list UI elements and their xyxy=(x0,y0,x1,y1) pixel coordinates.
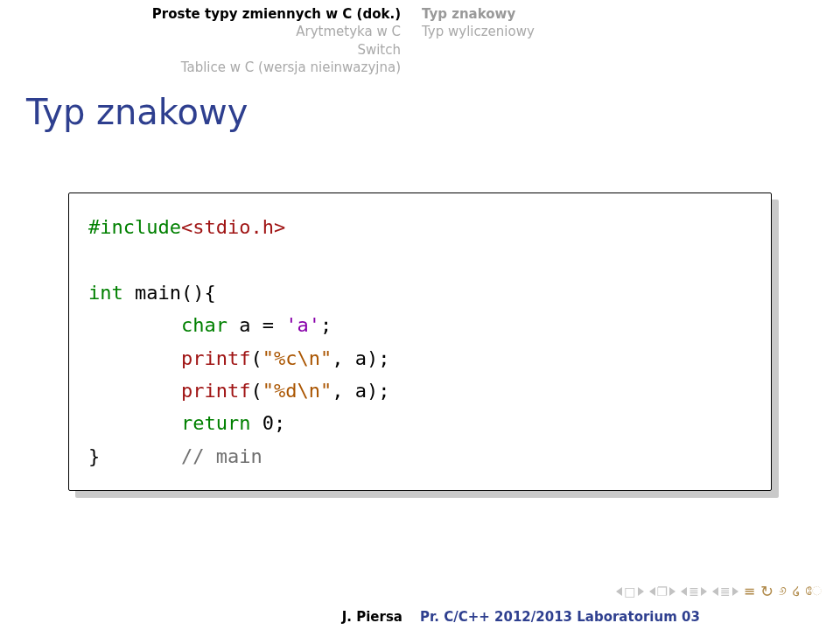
header-section-current: Proste typy zmiennych w C (dok.) xyxy=(0,5,401,23)
code-line: printf("%c\n", a); xyxy=(88,342,752,374)
fn-printf: printf xyxy=(181,347,250,369)
code-line: } // main xyxy=(88,440,752,472)
code-text: , a); xyxy=(332,347,389,369)
keyword-int: int xyxy=(88,282,123,304)
code-text: ( xyxy=(250,347,262,369)
fn-printf: printf xyxy=(181,380,250,402)
code-text: 0; xyxy=(250,412,285,434)
header-subsection: Typ wyliczeniowy xyxy=(422,23,840,40)
string-literal: "%d\n" xyxy=(262,380,332,402)
prev-frame-icon[interactable] xyxy=(649,587,655,596)
frame-icon: ❐ xyxy=(657,584,668,598)
code-line-blank xyxy=(88,243,752,276)
section-icon: ≣ xyxy=(720,584,731,598)
code-line: #include<stdio.h> xyxy=(88,211,752,243)
code-text: } xyxy=(88,445,100,467)
code-text: a = xyxy=(228,314,285,336)
code-indent xyxy=(88,347,181,369)
keyword-include: #include xyxy=(88,216,181,238)
code-text: main(){ xyxy=(123,282,216,304)
summary-icon[interactable]: ≡ xyxy=(744,583,755,599)
prev-slide-icon[interactable] xyxy=(616,587,622,596)
code-indent xyxy=(100,445,181,467)
code-line: printf("%d\n", a); xyxy=(88,374,752,407)
next-subsection-icon[interactable] xyxy=(701,587,707,596)
nav-frame-group[interactable]: ❐ xyxy=(649,584,676,598)
code-line: int main(){ xyxy=(88,276,752,309)
keyword-return: return xyxy=(181,412,250,434)
code-line: return 0; xyxy=(88,407,752,439)
header-subsection-current: Typ znakowy xyxy=(422,5,840,23)
appendix-icon[interactable]: ୬ ໒ ே xyxy=(779,584,822,598)
code-text: ; xyxy=(320,314,332,336)
slide: Proste typy zmiennych w C (dok.) Arytmet… xyxy=(0,0,840,630)
comment: // main xyxy=(181,445,262,467)
header-section: Switch xyxy=(0,41,401,59)
next-frame-icon[interactable] xyxy=(669,587,676,596)
header-section: Arytmetyka w C xyxy=(0,23,401,40)
code-indent xyxy=(88,314,181,336)
slide-icon: □ xyxy=(624,584,635,598)
header-right-column: Typ znakowy Typ wyliczeniowy xyxy=(411,5,840,76)
code-indent xyxy=(88,380,181,402)
next-section-icon[interactable] xyxy=(732,587,738,596)
code-indent xyxy=(88,412,181,434)
code-text: , a); xyxy=(332,380,389,402)
back-forward-icon[interactable]: ↻ xyxy=(760,582,774,600)
nav-subsection-group[interactable]: ≣ xyxy=(681,584,707,598)
prev-subsection-icon[interactable] xyxy=(681,587,687,596)
code-line: char a = 'a'; xyxy=(88,309,752,341)
footer-author: J. Piersa xyxy=(0,609,411,625)
header-left-column: Proste typy zmiennych w C (dok.) Arytmet… xyxy=(0,5,411,76)
header-name: <stdio.h> xyxy=(181,216,285,238)
code-text: ( xyxy=(250,380,262,402)
code-box: #include<stdio.h> int main(){ char a = '… xyxy=(68,192,772,491)
keyword-char: char xyxy=(181,314,228,336)
frame-title: Typ znakowy xyxy=(0,76,840,132)
header-section: Tablice w C (wersja nieinwazyjna) xyxy=(0,59,401,76)
subsection-icon: ≣ xyxy=(689,584,699,598)
char-literal: 'a' xyxy=(285,314,320,336)
nav-slide-group[interactable]: □ xyxy=(616,584,643,598)
beamer-nav: □ ❐ ≣ ≣ ≡ ↻ ୬ ໒ ே xyxy=(616,582,822,600)
string-literal: "%c\n" xyxy=(262,347,332,369)
prev-section-icon[interactable] xyxy=(712,587,718,596)
code-block: #include<stdio.h> int main(){ char a = '… xyxy=(68,192,772,491)
next-slide-icon[interactable] xyxy=(638,587,644,596)
slide-footer: J. Piersa Pr. C/C++ 2012/2013 Laboratori… xyxy=(0,604,840,630)
footer-course: Pr. C/C++ 2012/2013 Laboratorium 03 xyxy=(411,609,840,625)
slide-header: Proste typy zmiennych w C (dok.) Arytmet… xyxy=(0,0,840,76)
nav-section-group[interactable]: ≣ xyxy=(712,584,738,598)
